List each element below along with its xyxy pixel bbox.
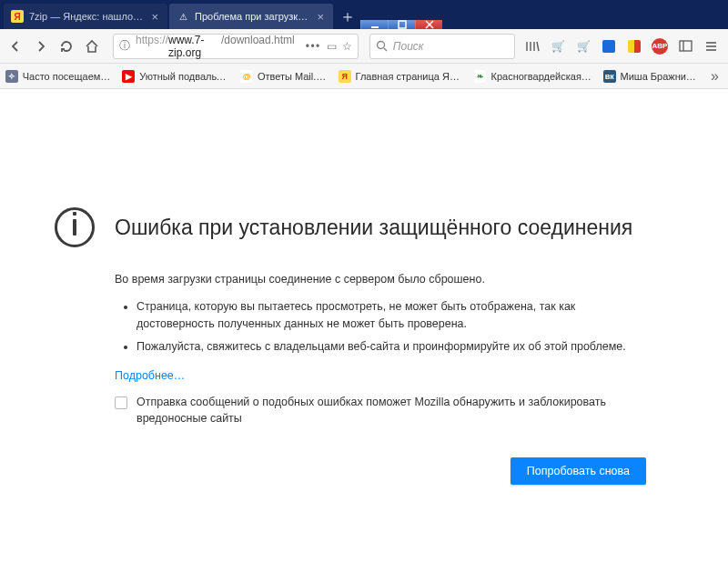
- new-tab-button[interactable]: ＋: [335, 4, 360, 29]
- report-row: Отправка сообщений о подобных ошибках по…: [55, 395, 673, 426]
- reload-button[interactable]: [56, 36, 76, 56]
- library-icon[interactable]: [524, 38, 541, 55]
- error-content: Ошибка при установлении защищённого соед…: [0, 89, 728, 521]
- error-summary: Во время загрузки страницы соединение с …: [55, 273, 673, 286]
- tab-title: 7zip — Яндекс: нашлось 674 т: [29, 11, 144, 22]
- svg-point-4: [377, 42, 384, 49]
- sidebar-icon[interactable]: [677, 38, 693, 55]
- bookmark-frequent[interactable]: ✧Часто посещаемые: [5, 70, 111, 83]
- cart-icon-1[interactable]: 🛒: [550, 38, 566, 55]
- tab-strip: Я 7zip — Яндекс: нашлось 674 т × ⚠ Пробл…: [0, 0, 728, 29]
- bookmark-mailru[interactable]: @Ответы Mail.Ru: [240, 70, 328, 83]
- svg-rect-1: [399, 21, 406, 28]
- bookmark-krasnogvardeyskaya[interactable]: ❧Красногвардейская …: [474, 70, 592, 83]
- tab-favicon-yandex: Я: [11, 10, 24, 23]
- url-host: www.7-zip.org: [168, 34, 221, 59]
- tab-close-icon[interactable]: ×: [315, 10, 326, 24]
- bookmark-yandex[interactable]: ЯГлавная страница Ян…: [339, 70, 463, 83]
- svg-line-5: [384, 48, 387, 51]
- error-details-list: Страница, которую вы пытаетесь просмотре…: [55, 298, 673, 355]
- tab-error-page[interactable]: ⚠ Проблема при загрузке стра ×: [169, 4, 333, 29]
- error-heading: Ошибка при установлении защищённого соед…: [115, 216, 632, 240]
- page-actions-icon[interactable]: •••: [306, 40, 321, 53]
- home-button[interactable]: [82, 36, 102, 56]
- report-label: Отправка сообщений о подобных ошибках по…: [136, 395, 646, 426]
- svg-line-3: [426, 21, 433, 28]
- url-protocol: https://: [136, 34, 168, 59]
- abp-icon[interactable]: ABP: [652, 38, 668, 55]
- learn-more-link[interactable]: Подробнее…: [55, 369, 673, 382]
- back-button[interactable]: [5, 36, 25, 56]
- retry-button[interactable]: Попробовать снова: [511, 457, 646, 485]
- search-box[interactable]: Поиск: [369, 34, 515, 59]
- bookmark-youtube[interactable]: ▶Уютный подвальчик: [122, 70, 229, 83]
- navigation-bar: ⓘ https:// www.7-zip.org /download.html …: [0, 29, 728, 64]
- search-icon: [376, 40, 388, 52]
- site-info-icon[interactable]: ⓘ: [119, 38, 130, 54]
- search-placeholder: Поиск: [393, 40, 424, 53]
- info-icon: [55, 207, 95, 247]
- toolbar-right: 🛒 🛒 ABP: [521, 38, 723, 55]
- svg-line-9: [537, 42, 539, 51]
- reader-mode-icon[interactable]: ▭: [327, 40, 337, 53]
- tab-favicon-warning: ⚠: [177, 10, 189, 23]
- bookmarks-bar: ✧Часто посещаемые ▶Уютный подвальчик @От…: [0, 64, 728, 89]
- extension-yellow-icon[interactable]: [626, 38, 642, 55]
- tab-title: Проблема при загрузке стра: [195, 11, 309, 22]
- svg-line-2: [426, 21, 433, 28]
- url-bar[interactable]: ⓘ https:// www.7-zip.org /download.html …: [113, 34, 359, 59]
- bookmark-vk[interactable]: вкМиша Бражников: [603, 70, 700, 83]
- app-menu-icon[interactable]: [703, 38, 719, 55]
- report-checkbox[interactable]: [115, 396, 127, 409]
- bookmark-star-icon[interactable]: ☆: [342, 40, 352, 53]
- window-close-button[interactable]: [415, 20, 442, 29]
- bookmarks-overflow-icon[interactable]: »: [711, 68, 723, 85]
- svg-rect-10: [680, 41, 692, 51]
- tab-yandex[interactable]: Я 7zip — Яндекс: нашлось 674 т ×: [4, 4, 167, 29]
- cart-icon-2[interactable]: 🛒: [575, 38, 592, 55]
- window-maximize-button[interactable]: [388, 20, 415, 29]
- url-path: /download.html: [221, 34, 295, 59]
- error-detail-item: Пожалуйста, свяжитесь с владельцами веб-…: [136, 338, 673, 356]
- extension-blue-icon[interactable]: [601, 38, 617, 55]
- tab-close-icon[interactable]: ×: [149, 10, 160, 24]
- error-detail-item: Страница, которую вы пытаетесь просмотре…: [136, 298, 673, 333]
- window-minimize-button[interactable]: [360, 20, 388, 29]
- forward-button[interactable]: [31, 36, 51, 56]
